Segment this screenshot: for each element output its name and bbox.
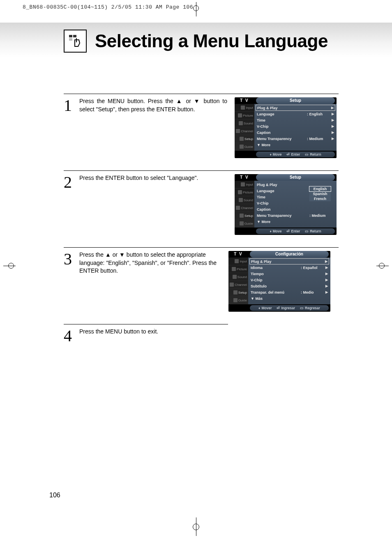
footer-return: ▭ Return [305,229,321,233]
step-num: 3 [64,251,75,267]
osd-side-picture: Picture [235,189,254,196]
osd-side-input: Input [235,181,254,189]
osd-row: Transpar. del menú: Medio▶ [249,289,329,295]
footer-enter: ⏎ Ingresar [277,306,295,310]
osd-row: ▼ Más [249,295,329,301]
title-row: Selecting a Menu Language [0,30,392,53]
osd-row: V-Chip▶ [249,277,329,283]
osd-side-input: Input [235,104,254,112]
step-num: 4 [64,328,75,344]
osd-side-picture: Picture [228,265,248,273]
osd-tv-label: T V [235,174,254,181]
footer-enter: ⏎ Enter [286,152,300,156]
osd-row: Language: English▶ [256,111,335,117]
osd-sidebar: Input Picture Sound Channel Setup Guide [228,258,248,304]
step-text: Press the ▲ or ▼ button to select the ap… [79,251,221,275]
osd-row: Menu Transparency: Medium [256,212,335,218]
osd-tv-label: T V [228,251,248,258]
osd-row: Idioma: Español▶ [249,264,329,271]
osd-row: Subtítulo▶ [249,283,329,289]
step-2: 2 Press the ENTER button to select "Lang… [64,170,339,247]
osd-row: Plug & Play▶ [249,258,329,264]
language-popup: English Spanish French [309,186,331,201]
popup-spanish: Spanish [309,191,331,196]
osd-screenshot-2: T V Setup Input Picture Sound Channel Se… [235,174,337,235]
osd-side-picture: Picture [235,112,254,120]
osd-footer: ♦ Move ⏎ Enter ▭ Return [256,228,335,234]
osd-side-channel: Channel [235,204,254,212]
step-4: 4 Press the MENU button to exit. [64,324,228,356]
crop-mark-left [3,263,16,269]
osd-side-channel: Channel [235,127,254,135]
osd-row: Caption [256,206,335,212]
osd-row: ▼ More [256,142,335,148]
osd-footer: ♦ Move ⏎ Enter ▭ Return [256,152,335,157]
osd-side-channel: Channel [228,281,248,289]
osd-tv-label: T V [235,97,254,104]
footer-return: ▭ Return [305,152,321,156]
popup-english: English [309,186,331,191]
step-num: 2 [64,174,75,191]
step-3: 3 Press the ▲ or ▼ button to select the … [64,247,339,324]
osd-side-guide: Guide [228,297,248,304]
page-title: Selecting a Menu Language [95,31,328,51]
osd-main: Plug & Play Language: Time V-Chip Captio… [254,181,337,228]
osd-title: Setup [256,174,335,181]
step-num: 1 [64,97,75,114]
osd-main: Plug & Play▶ Language: English▶ Time▶ V-… [254,104,337,151]
osd-row: Menu Transparency: Medium▶ [256,136,335,142]
osd-side-setup: Setup [235,135,254,143]
osd-side-sound: Sound [235,196,254,204]
crop-mark-top [192,2,200,16]
step-text: Press the MENU button. Press the ▲ or ▼ … [79,97,227,113]
footer-return: ▭ Regresar [300,306,320,310]
osd-row: ▼ More [256,218,335,225]
svg-rect-0 [69,35,72,37]
osd-side-setup: Setup [228,289,248,297]
footer-enter: ⏎ Enter [286,229,300,233]
svg-rect-2 [69,38,72,41]
osd-side-setup: Setup [235,212,254,220]
osd-row: Tiempo▶ [249,271,329,277]
footer-move: ♦ Move [270,152,281,156]
osd-side-guide: Guide [235,220,254,228]
osd-row: Time▶ [256,117,335,123]
osd-side-input: Input [228,258,248,265]
osd-side-sound: Sound [235,120,254,127]
svg-rect-1 [73,35,76,37]
osd-title: Setup [256,97,335,104]
step-text: Press the ENTER button to select "Langua… [79,174,227,182]
osd-side-guide: Guide [235,143,254,151]
popup-french: French [309,196,331,201]
osd-screenshot-3: T V Configuración Input Picture Sound Ch… [228,251,330,312]
footer-move: ♦ Move [270,229,281,233]
osd-row: V-Chip▶ [256,123,335,129]
footer-move: ♦ Mover [258,306,272,310]
title-icon [64,30,87,53]
page-number: 106 [49,492,60,499]
step-1: 1 Press the MENU button. Press the ▲ or … [64,94,339,170]
osd-row: Plug & Play▶ [256,105,335,111]
step-text: Press the MENU button to exit. [79,328,227,336]
osd-main: Plug & Play▶ Idioma: Español▶ Tiempo▶ V-… [248,258,330,304]
osd-sidebar: Input Picture Sound Channel Setup Guide [235,181,254,228]
osd-footer: ♦ Mover ⏎ Ingresar ▭ Regresar [250,305,329,311]
osd-row: Caption▶ [256,129,335,136]
osd-screenshot-1: T V Setup Input Picture Sound Channel Se… [235,97,337,158]
hand-menu-icon [68,34,82,48]
osd-sidebar: Input Picture Sound Channel Setup Guide [235,104,254,151]
content: 1 Press the MENU button. Press the ▲ or … [0,53,392,356]
crop-mark-right [376,263,389,269]
osd-side-sound: Sound [228,273,248,281]
osd-title: Configuración [250,251,329,258]
